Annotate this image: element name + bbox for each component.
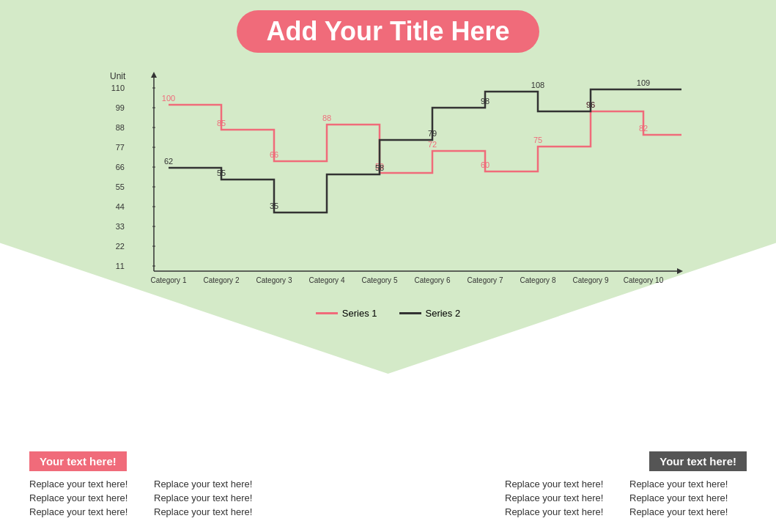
svg-text:Category 1: Category 1 bbox=[150, 276, 186, 284]
svg-text:55: 55 bbox=[115, 182, 124, 191]
svg-text:Category 8: Category 8 bbox=[520, 276, 555, 284]
left-text-rows: Replace your text here! Replace your tex… bbox=[29, 479, 352, 517]
right-row2-col2: Replace your text here! bbox=[629, 492, 747, 503]
svg-text:62: 62 bbox=[163, 157, 172, 166]
svg-text:85: 85 bbox=[216, 119, 225, 128]
svg-text:11: 11 bbox=[115, 262, 124, 270]
right-row-2: Replace your text here! Replace your tex… bbox=[505, 492, 747, 503]
left-row1-col1: Replace your text here! bbox=[29, 479, 147, 489]
series1-legend-line bbox=[316, 312, 338, 314]
svg-text:88: 88 bbox=[322, 114, 330, 122]
svg-text:88: 88 bbox=[115, 123, 124, 132]
svg-text:Category 7: Category 7 bbox=[467, 276, 503, 284]
svg-text:77: 77 bbox=[115, 143, 124, 152]
left-row2-col1: Replace your text here! bbox=[29, 492, 147, 503]
right-text-block: Your text here! Replace your text here! … bbox=[424, 451, 747, 517]
svg-text:72: 72 bbox=[427, 140, 436, 149]
svg-text:79: 79 bbox=[427, 129, 436, 138]
step-line-chart: Unit 110 99 88 77 66 55 44 33 bbox=[88, 66, 689, 300]
right-row2-col1: Replace your text here! bbox=[505, 492, 622, 503]
bottom-section: Your text here! Replace your text here! … bbox=[0, 437, 776, 532]
left-row1-col2: Replace your text here! bbox=[154, 479, 271, 489]
left-row3-col1: Replace your text here! bbox=[29, 506, 147, 517]
legend-series2: Series 2 bbox=[399, 308, 461, 319]
svg-text:Category 9: Category 9 bbox=[572, 276, 608, 284]
svg-text:58: 58 bbox=[374, 163, 383, 172]
svg-text:75: 75 bbox=[533, 136, 542, 144]
svg-text:44: 44 bbox=[115, 202, 124, 211]
svg-text:99: 99 bbox=[115, 103, 124, 112]
series1-label: Series 1 bbox=[342, 308, 377, 319]
title-container: Add Your Title Here bbox=[0, 0, 776, 53]
left-text-block: Your text here! Replace your text here! … bbox=[29, 451, 352, 517]
svg-text:22: 22 bbox=[115, 242, 124, 251]
svg-text:33: 33 bbox=[115, 222, 124, 231]
right-row1-col2: Replace your text here! bbox=[629, 479, 747, 489]
svg-text:109: 109 bbox=[636, 78, 649, 87]
chart-container: Unit 110 99 88 77 66 55 44 33 bbox=[88, 66, 689, 319]
left-row-2: Replace your text here! Replace your tex… bbox=[29, 492, 352, 503]
svg-text:Category 4: Category 4 bbox=[308, 276, 344, 284]
svg-text:Category 3: Category 3 bbox=[256, 276, 292, 284]
series2-legend-line bbox=[399, 312, 421, 314]
left-row3-col2: Replace your text here! bbox=[154, 506, 271, 517]
left-row-1: Replace your text here! Replace your tex… bbox=[29, 479, 352, 489]
svg-text:55: 55 bbox=[216, 169, 225, 177]
right-text-rows: Replace your text here! Replace your tex… bbox=[505, 479, 747, 517]
svg-text:Category 10: Category 10 bbox=[623, 276, 663, 284]
left-badge: Your text here! bbox=[29, 451, 127, 471]
left-row2-col2: Replace your text here! bbox=[154, 492, 271, 503]
svg-text:Category 2: Category 2 bbox=[203, 276, 239, 284]
right-row3-col1: Replace your text here! bbox=[505, 506, 622, 517]
svg-text:66: 66 bbox=[269, 150, 278, 159]
chart-legend: Series 1 Series 2 bbox=[88, 308, 689, 319]
legend-series1: Series 1 bbox=[316, 308, 377, 319]
svg-marker-1 bbox=[151, 72, 157, 78]
svg-text:Category 6: Category 6 bbox=[414, 276, 450, 284]
two-column-layout: Your text here! Replace your text here! … bbox=[29, 451, 747, 517]
svg-text:98: 98 bbox=[480, 97, 489, 106]
svg-text:110: 110 bbox=[111, 84, 124, 92]
svg-text:108: 108 bbox=[531, 81, 544, 89]
svg-marker-3 bbox=[677, 268, 683, 274]
svg-text:82: 82 bbox=[638, 124, 647, 133]
main-title: Add Your Title Here bbox=[237, 10, 539, 53]
right-row-1: Replace your text here! Replace your tex… bbox=[505, 479, 747, 489]
series1-line bbox=[169, 105, 681, 173]
right-badge: Your text here! bbox=[649, 451, 747, 471]
left-row-3: Replace your text here! Replace your tex… bbox=[29, 506, 352, 517]
series2-line bbox=[169, 89, 681, 213]
svg-text:60: 60 bbox=[480, 160, 489, 169]
right-row3-col2: Replace your text here! bbox=[629, 506, 747, 517]
right-row-3: Replace your text here! Replace your tex… bbox=[505, 506, 747, 517]
series2-label: Series 2 bbox=[426, 308, 461, 319]
svg-text:100: 100 bbox=[161, 94, 174, 103]
svg-text:Category 5: Category 5 bbox=[361, 276, 397, 284]
svg-text:35: 35 bbox=[269, 202, 278, 210]
y-axis-label: Unit bbox=[110, 71, 126, 81]
right-row1-col1: Replace your text here! bbox=[505, 479, 622, 489]
svg-text:66: 66 bbox=[115, 163, 124, 171]
svg-text:96: 96 bbox=[585, 100, 594, 109]
